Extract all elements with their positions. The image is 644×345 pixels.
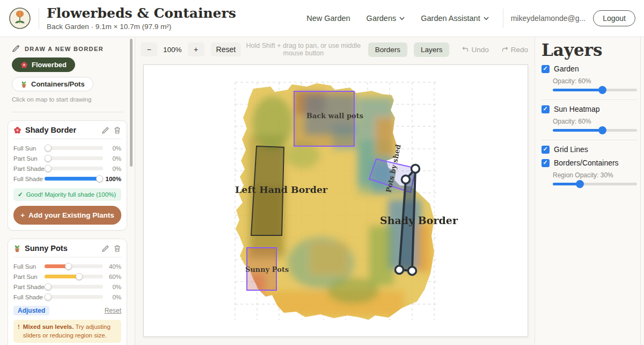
slider-thumb[interactable] [45,293,52,300]
part-sun-slider[interactable] [45,275,103,278]
vertex-handle[interactable] [396,266,404,274]
slider-thumb[interactable] [65,263,72,270]
potted-plant-icon [20,81,27,88]
sun-heatmap-opacity-slider[interactable] [553,129,637,132]
reset-view-button[interactable]: Reset [211,42,241,56]
zoom-in-button[interactable]: + [188,42,204,56]
logout-button[interactable]: Logout [593,10,635,26]
warning-icon: ! [18,323,20,340]
chevron-down-icon [399,17,405,20]
full-sun-slider[interactable] [45,264,103,268]
divider [13,257,121,257]
plus-icon: + [20,211,25,219]
layer-row-grid-lines: Grid Lines [541,145,637,154]
slider-row-part-shade: Part Shade 0% [13,163,121,174]
full-shade-slider[interactable] [45,295,103,299]
part-shade-slider[interactable] [45,167,103,170]
nav-new-garden[interactable]: New Garden [306,14,350,23]
trash-icon[interactable] [113,245,121,253]
undo-icon [462,46,469,53]
slider-thumb[interactable] [45,165,52,172]
zoom-out-button[interactable]: − [141,42,157,56]
draw-section-title: DRAW A NEW BORDER [25,46,104,52]
edit-pencil-icon[interactable] [101,245,109,253]
vertex-handle[interactable] [412,165,420,173]
status-warning-message: ! Mixed sun levels. Try adjusting slider… [13,320,121,343]
sidebar-scrollbar[interactable] [130,39,133,167]
edit-pencil-icon[interactable] [101,126,109,134]
slider-row-part-sun: Part Sun 0% [13,153,121,163]
region-label: Left Hand Border [235,184,328,195]
app-logo-icon [9,7,31,30]
card-title: Shady Border [25,126,98,134]
map-area: − 100% + Reset Hold Shift + drag to pan,… [135,37,535,345]
region-label: Back wall pots [306,112,363,120]
slider-row-part-sun: Part Sun 60% [13,271,121,282]
flowerbed-button[interactable]: Flowerbed [12,58,75,72]
slider-thumb[interactable] [96,175,103,182]
garden-checkbox[interactable] [541,65,550,73]
layers-toggle-button[interactable]: Layers [414,42,450,57]
map-toolbar: − 100% + Reset Hold Shift + drag to pan,… [135,37,535,62]
vertex-handle[interactable] [402,176,410,184]
page-title: Flowerbeds & Containers [47,6,236,21]
full-shade-slider[interactable] [45,177,103,181]
nav-garden-assistant[interactable]: Garden Assistant [421,14,488,23]
potted-plant-icon [13,245,21,253]
region-label: Shady Border [380,214,458,226]
region-card-shady-border: Shady Border Full Sun 0% Part Sun [8,120,127,231]
opacity-label: Opacity: 60% [553,118,637,125]
slider-row-full-shade: Full Shade 0% [13,292,121,302]
slider-row-full-sun: Full Sun 0% [13,143,121,153]
garden-map-canvas[interactable]: Back wall pots Left Hand Border Sunny Po… [143,64,528,337]
borders-containers-checkbox[interactable] [541,159,550,167]
header-divider [39,8,39,29]
slider-value: 0% [103,294,121,300]
borders-toggle-button[interactable]: Borders [368,42,407,57]
part-shade-slider[interactable] [45,285,103,289]
vertex-handle[interactable] [408,267,416,275]
add-existing-plants-button[interactable]: + Add your Existing Plants [13,206,121,225]
status-success-message: ✓ Good! Majority full shade (100%) [13,188,121,201]
opacity-label: Opacity: 60% [553,77,637,85]
full-sun-slider[interactable] [45,146,103,150]
scrollbar-track[interactable] [640,37,641,345]
grid-lines-checkbox[interactable] [541,146,550,154]
pencil-icon [12,45,20,53]
slider-thumb[interactable] [45,283,52,290]
slider-thumb[interactable] [45,145,52,152]
slider-thumb[interactable] [598,86,606,94]
check-icon: ✓ [18,191,23,198]
slider-thumb[interactable] [598,126,606,134]
region-back-wall-pots[interactable]: Back wall pots [294,91,363,146]
nav-divider [503,9,503,28]
flower-icon [20,61,28,69]
slider-value: 60% [103,274,121,280]
trash-icon[interactable] [113,126,121,134]
containers-pots-button[interactable]: Containers/Pots [12,77,93,91]
slider-value: 0% [103,145,121,152]
sun-heatmap-checkbox[interactable] [541,105,550,113]
slider-thumb[interactable] [576,180,584,188]
slider-thumb[interactable] [45,155,52,162]
region-card-sunny-pots: Sunny Pots Full Sun 40% Part Sun [8,239,127,345]
garden-opacity-slider[interactable] [553,89,637,91]
garden-map-svg: Back wall pots Left Hand Border Sunny Po… [144,65,528,336]
reset-sliders-link[interactable]: Reset [105,307,121,314]
garden-subtitle: Back Garden · 9.1m × 10.7m (97.9 m²) [47,23,236,31]
layer-row-sun-heatmap: Sun Heatmap [541,105,637,113]
slider-row-full-shade: Full Shade 100% [13,174,121,184]
draw-hint: Click on map to start drawing [12,96,123,103]
app-header: Flowerbeds & Containers Back Garden · 9.… [0,0,644,37]
region-opacity-slider[interactable] [553,183,637,185]
undo-button[interactable]: Undo [462,46,488,54]
divider [13,139,121,139]
divider [541,140,637,140]
nav-gardens[interactable]: Gardens [367,14,405,23]
part-sun-slider[interactable] [45,156,103,160]
main-nav: New Garden Gardens Garden Assistant [306,14,488,23]
slider-thumb[interactable] [76,273,83,280]
flower-icon [13,126,21,134]
redo-button[interactable]: Redo [502,46,528,54]
redo-icon [502,46,508,53]
